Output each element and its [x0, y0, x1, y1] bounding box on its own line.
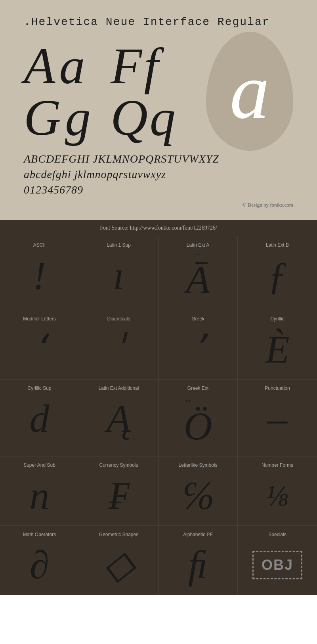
bottom-section: Font Source: http://www.fontke.com/font/… — [0, 220, 317, 595]
glyph-cell: Alphabetic PFﬁ — [158, 526, 238, 595]
cell-glyph: ʻ — [33, 328, 46, 371]
cell-label: ASCII — [33, 242, 46, 248]
alphabet-upper: ABCDEFGHI JKLMNOPQRSTUVWXYZ — [24, 151, 293, 167]
glyph-G: G — [24, 92, 61, 143]
cell-glyph: ı — [113, 254, 124, 297]
cell-glyph: Ā — [186, 258, 210, 302]
glyph-cell: Latin Ext Bƒ — [238, 236, 317, 310]
glyph-cell: Greek Ext"Ö — [158, 380, 238, 456]
cell-label: Math Operators — [23, 532, 56, 537]
cell-label: Specials — [268, 532, 286, 537]
cell-glyph: ∂ — [30, 543, 49, 587]
cell-glyph: È — [265, 328, 289, 371]
cell-label: Super And Sub — [23, 462, 55, 468]
cell-label: Currency Symbols — [99, 462, 138, 468]
cell-label: Latin Ext A — [187, 242, 209, 248]
cell-glyph: ƒ — [267, 254, 287, 297]
glyph-cell: Geometric Shapes◇ — [79, 526, 158, 595]
glyph-g: g — [65, 92, 91, 143]
glyph-cell: Cyrillic Supd — [0, 380, 79, 456]
cell-glyph: – — [267, 397, 287, 441]
glyph-cell: Greekʼ — [158, 310, 238, 380]
glyph-Q: Q — [111, 92, 148, 143]
glyph-F: F — [111, 40, 142, 92]
cell-label: Cyrillic Sup — [27, 385, 51, 391]
alphabet-lower: abcdefghi jklmnopqrstuvwxyz — [24, 167, 293, 182]
top-section: .Helvetica Neue Interface Regular A a G … — [0, 0, 317, 220]
cell-label: Letterlike Symbols — [178, 462, 217, 468]
font-title: .Helvetica Neue Interface Regular — [24, 16, 293, 28]
cell-label: Diacriticals — [107, 316, 130, 322]
cell-label: Modifier Letters — [23, 316, 56, 322]
glyph-cell: Letterlike Symbols℅ — [158, 456, 238, 526]
cell-glyph: ʼ — [192, 328, 204, 371]
cell-glyph: ˈ — [113, 328, 124, 371]
cell-glyph: ⅛ — [266, 474, 288, 518]
cell-glyph: OBJ — [252, 543, 302, 587]
glyph-cell: CyrillicÈ — [238, 310, 317, 380]
cell-glyph: Ą — [107, 397, 131, 441]
glyph-f: f — [144, 40, 158, 92]
copyright: © Design by fontke.com — [24, 202, 293, 208]
glyph-a: a — [59, 40, 85, 92]
cell-glyph: ! — [33, 254, 46, 297]
glyph-cell: Latin 1 Supı — [79, 236, 158, 310]
glyph-highlight-char: a — [230, 52, 269, 131]
cell-label: Number Forms — [262, 462, 293, 468]
alphabet-section: ABCDEFGHI JKLMNOPQRSTUVWXYZ abcdefghi jk… — [24, 151, 293, 198]
cell-glyph: ◇ — [103, 543, 134, 587]
glyph-cell: Diacriticalsˈ — [79, 310, 158, 380]
cell-label: Geometric Shapes — [99, 532, 138, 537]
glyph-grid: ASCII!Latin 1 SupıLatin Ext A‾ĀLatin Ext… — [0, 236, 317, 595]
glyph-cell: Latin Ext A‾Ā — [158, 236, 238, 310]
glyph-cell: Modifier Lettersʻ — [0, 310, 79, 380]
cell-label: Latin 1 Sup — [107, 242, 131, 248]
glyph-cell: Latin Ext AdditionalĄ — [79, 380, 158, 456]
cell-label: Punctuation — [265, 385, 290, 391]
font-source: Font Source: http://www.fontke.com/font/… — [0, 220, 317, 236]
cell-label: Latin Ext B — [266, 242, 289, 248]
cell-label: Latin Ext Additional — [98, 385, 139, 391]
cell-label: Greek Ext — [187, 385, 208, 391]
cell-label: Cyrillic — [270, 316, 284, 322]
glyph-cell: Number Forms⅛ — [238, 456, 317, 526]
glyph-cell: Super And Subn — [0, 456, 79, 526]
glyph-cell: SpecialsOBJ — [238, 526, 317, 595]
cell-label: Alphabetic PF — [183, 532, 213, 537]
cell-glyph: ℅ — [181, 474, 214, 518]
glyph-cell: Math Operators∂ — [0, 526, 79, 595]
cell-label: Greek — [191, 316, 204, 322]
cell-glyph: n — [30, 474, 50, 518]
cell-glyph: Ö — [183, 404, 212, 448]
obj-box: OBJ — [252, 551, 302, 579]
glyph-cell: Currency Symbols₣ — [79, 456, 158, 526]
glyph-cell: ASCII! — [0, 236, 79, 310]
cell-glyph: d — [30, 397, 50, 441]
glyph-cell: Punctuation– — [238, 380, 317, 456]
glyph-A: A — [24, 40, 55, 92]
cell-glyph: ﬁ — [188, 543, 208, 587]
digits: 0123456789 — [24, 182, 293, 197]
cell-glyph: ₣ — [109, 474, 129, 518]
glyph-q: q — [150, 92, 176, 143]
